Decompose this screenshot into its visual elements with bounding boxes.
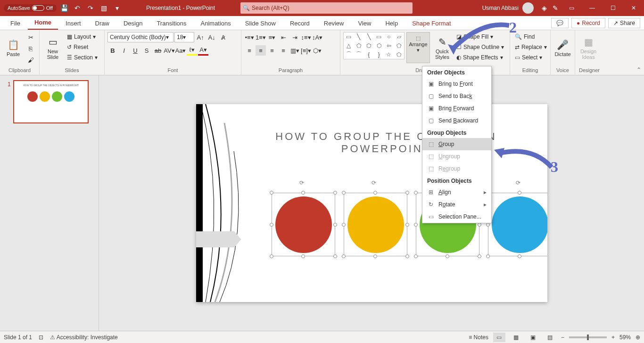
reset-button[interactable]: ↺ Reset (65, 42, 99, 52)
copy-icon[interactable]: ⎘ (25, 43, 36, 54)
design-ideas-button[interactable]: ▦Design Ideas (578, 32, 599, 63)
slide-counter[interactable]: Slide 1 of 1 (4, 334, 32, 341)
tab-review[interactable]: Review (317, 17, 351, 30)
find-button[interactable]: 🔍 Find (513, 32, 549, 41)
language-icon[interactable]: ⊡ (39, 334, 43, 341)
list-level-button[interactable]: ≡▾ (267, 32, 277, 42)
shapes-gallery[interactable]: ▭╲╲▭○▱ △⬠⬡⬡⇦⬠ ⌒⌒{}☆⬠ (343, 32, 405, 59)
font-name-combo[interactable]: Century Gothic (Body) ▾ (107, 32, 173, 42)
numbering-button[interactable]: 1≡▾ (256, 32, 266, 42)
clear-format-icon[interactable]: A̷ (218, 32, 228, 42)
tab-slideshow[interactable]: Slide Show (239, 17, 282, 30)
save-icon[interactable]: 💾 (58, 2, 70, 14)
zoom-out-icon[interactable]: − (561, 334, 564, 341)
thumbnail-pane[interactable]: 1 HOW TO GROUP THE OBJECTS IN POWERPOINT (0, 75, 99, 331)
rotate-handle-icon[interactable]: ⟳ (299, 180, 307, 187)
italic-button[interactable]: I (119, 45, 129, 56)
tab-record[interactable]: Record (283, 17, 316, 30)
tab-file[interactable]: File (4, 17, 27, 30)
align-item[interactable]: ⊞Align▸ (422, 186, 491, 198)
tab-transitions[interactable]: Transitions (150, 17, 193, 30)
layout-button[interactable]: ▦ Layout ▾ (65, 32, 99, 41)
paste-button[interactable]: 📋Paste (3, 32, 24, 63)
strike-button[interactable]: ab (153, 45, 163, 56)
replace-button[interactable]: ⇄ Replace ▾ (513, 42, 549, 52)
user-name[interactable]: Usman Abbasi (482, 5, 519, 11)
wand-icon[interactable]: ✎ (550, 2, 561, 14)
line-spacing-icon[interactable]: ↕≡▾ (301, 32, 311, 42)
font-color-button[interactable]: A▾ (198, 45, 208, 56)
align-right-icon[interactable]: ≡ (267, 45, 277, 56)
zoom-percent[interactable]: 59% (619, 334, 631, 341)
maximize-icon[interactable]: ☐ (603, 0, 623, 16)
send-to-back-item[interactable]: ▢Send to Back (422, 90, 491, 102)
record-button[interactable]: ● Record (571, 18, 605, 28)
reading-view-icon[interactable]: ▣ (527, 333, 539, 342)
text-direction-icon[interactable]: ↕A▾ (312, 32, 322, 42)
tab-design[interactable]: Design (117, 17, 149, 30)
bullets-button[interactable]: •≡▾ (244, 32, 255, 42)
notes-button[interactable]: ≡ Notes (469, 334, 488, 341)
accessibility-status[interactable]: ⚠ Accessibility: Investigate (50, 334, 118, 341)
zoom-in-icon[interactable]: + (611, 334, 615, 341)
dec-indent-icon[interactable]: ⇤ (278, 32, 289, 42)
close-icon[interactable]: ✕ (623, 0, 644, 16)
tab-animations[interactable]: Animations (194, 17, 238, 30)
circle-yellow[interactable]: ⟳ (344, 193, 407, 256)
selection-pane-item[interactable]: ▭Selection Pane... (422, 211, 491, 223)
undo-icon[interactable]: ↶ (72, 2, 83, 14)
avatar[interactable] (522, 2, 534, 14)
search-box[interactable]: 🔍 Search (Alt+Q) (240, 2, 413, 14)
format-painter-icon[interactable]: 🖌 (25, 55, 36, 65)
rotate-item[interactable]: ↻Rotate▸ (422, 198, 491, 211)
tab-view[interactable]: View (351, 17, 378, 30)
slide-thumbnail-1[interactable]: 1 HOW TO GROUP THE OBJECTS IN POWERPOINT (13, 80, 89, 123)
select-button[interactable]: ▭ Select ▾ (513, 53, 549, 62)
underline-button[interactable]: U (130, 45, 140, 56)
tab-home[interactable]: Home (28, 16, 58, 30)
align-text-icon[interactable]: [≡]▾ (301, 45, 311, 56)
group-item[interactable]: ⬚Group (422, 138, 491, 150)
align-center-icon[interactable]: ≡ (256, 45, 266, 56)
circle-blue[interactable]: ⟳ (488, 193, 547, 256)
qat-more-icon[interactable]: ▾ (111, 2, 123, 14)
circles-group[interactable]: ⟳ ⟳ ⟳ (272, 184, 547, 256)
minimize-icon[interactable]: — (582, 0, 603, 16)
justify-icon[interactable]: ≡ (278, 45, 289, 56)
shrink-font-icon[interactable]: A↓ (206, 32, 217, 42)
section-button[interactable]: ☰ Section ▾ (65, 53, 99, 62)
font-size-combo[interactable]: 18 ▾ (174, 32, 194, 42)
case-button[interactable]: Aa▾ (175, 45, 186, 56)
fit-window-icon[interactable]: ⊕ (636, 334, 640, 341)
redo-icon[interactable]: ↷ (85, 2, 96, 14)
zoom-slider[interactable] (569, 336, 607, 338)
bold-button[interactable]: B (107, 45, 118, 56)
ribbon-display-icon[interactable]: ▭ (561, 0, 582, 16)
grow-font-icon[interactable]: A↑ (195, 32, 206, 42)
tab-insert[interactable]: Insert (59, 17, 88, 30)
smartart-icon[interactable]: ⬡▾ (312, 45, 322, 56)
circle-red[interactable]: ⟳ (272, 193, 335, 256)
diamond-icon[interactable]: ◈ (538, 2, 550, 14)
slide[interactable]: HOW TO GROUP THE OBJECTS IN POWERPOINT ⟳… (196, 104, 547, 302)
comments-button[interactable]: 💬 (551, 18, 569, 28)
arrange-button[interactable]: ⬚Arrange▾ (406, 32, 430, 63)
present-icon[interactable]: ▧ (98, 2, 109, 14)
slide-canvas-area[interactable]: HOW TO GROUP THE OBJECTS IN POWERPOINT ⟳… (99, 75, 644, 331)
columns-icon[interactable]: ▥▾ (289, 45, 300, 56)
shadow-button[interactable]: S (141, 45, 152, 56)
tab-draw[interactable]: Draw (89, 17, 116, 30)
share-button[interactable]: ↗ Share (608, 18, 640, 28)
normal-view-icon[interactable]: ▭ (493, 333, 505, 342)
rotate-handle-icon[interactable]: ⟳ (516, 180, 523, 187)
rotate-handle-icon[interactable]: ⟳ (372, 180, 379, 187)
slideshow-view-icon[interactable]: ▤ (544, 333, 556, 342)
new-slide-button[interactable]: ▭New Slide (42, 32, 63, 63)
autosave-toggle[interactable]: AutoSave Off (4, 4, 57, 12)
tab-help[interactable]: Help (379, 17, 405, 30)
align-left-icon[interactable]: ≡ (244, 45, 255, 56)
spacing-button[interactable]: AV▾ (164, 45, 174, 56)
send-backward-item[interactable]: ▢Send Backward (422, 114, 491, 127)
highlight-button[interactable]: ℓ▾ (187, 45, 197, 56)
collapse-ribbon-icon[interactable]: ⌃ (636, 66, 641, 73)
